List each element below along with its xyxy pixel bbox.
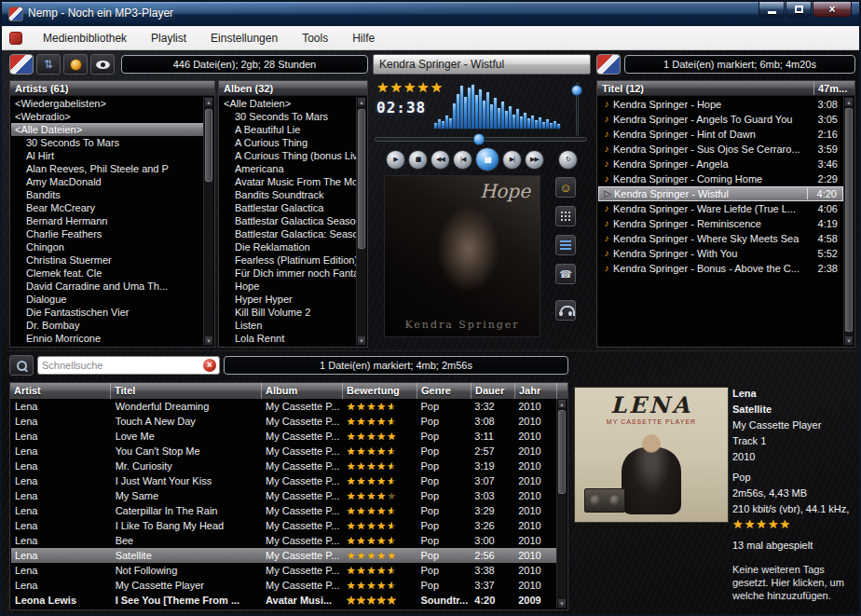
scroll-up-icon[interactable]: ▲ bbox=[357, 97, 366, 107]
artist-row[interactable]: <Webradio> bbox=[11, 110, 203, 123]
column-bewertung[interactable]: Bewertung bbox=[343, 383, 417, 399]
album-row[interactable]: Bandits Soundtrack bbox=[220, 188, 356, 201]
playlist-row[interactable]: ▷Kendra Springer - Wistful4:20 bbox=[598, 186, 843, 201]
forward-button[interactable]: ▶▶ bbox=[525, 150, 544, 170]
column-genre[interactable]: Genre bbox=[417, 383, 472, 399]
phone-button[interactable]: ☎ bbox=[555, 264, 576, 284]
nemp-logo-icon[interactable] bbox=[9, 54, 34, 75]
volume-slider[interactable] bbox=[570, 80, 583, 138]
view-button[interactable] bbox=[90, 54, 115, 75]
playlist-row[interactable]: ♪Kendra Springer - Hint of Dawn2:16 bbox=[598, 127, 843, 142]
playlist-row[interactable]: ♪Kendra Springer - Hope3:08 bbox=[598, 97, 843, 112]
details-album-art[interactable]: LENA MY CASSETTE PLAYER bbox=[574, 387, 729, 523]
table-row[interactable]: Leona LewisI See You [Theme From ...Avat… bbox=[11, 593, 556, 608]
playlist-row[interactable]: ♪Kendra Springer - Reminiscence4:19 bbox=[598, 216, 843, 231]
scroll-up-icon[interactable]: ▲ bbox=[844, 97, 854, 107]
scroll-thumb[interactable] bbox=[358, 109, 365, 249]
table-row[interactable]: LenaMr. CuriosityMy Cassette P...★★★★★★★… bbox=[11, 459, 556, 473]
table-row[interactable]: LenaTouch A New DayMy Cassette P...★★★★★… bbox=[11, 414, 556, 429]
table-row[interactable]: LenaCaterpillar In The RainMy Cassette P… bbox=[11, 503, 556, 518]
album-row[interactable]: Battlestar Galactica bbox=[220, 201, 356, 214]
artist-row[interactable]: Die Fantastischen Vier bbox=[11, 306, 203, 319]
artist-row[interactable]: Ennio Morricone bbox=[11, 332, 203, 345]
playlist-row[interactable]: ♪Kendra Springer - With You5:52 bbox=[598, 246, 843, 261]
menu-medienbibliothek[interactable]: Medienbibliothek bbox=[34, 28, 136, 48]
playlist-row[interactable]: ♪Kendra Springer - Angela3:46 bbox=[598, 157, 843, 171]
artist-row[interactable]: Alan Reeves, Phil Steele and P bbox=[11, 162, 203, 175]
table-row[interactable]: LenaBeeMy Cassette P...★★★★★★★★★★Pop3:00… bbox=[11, 533, 556, 548]
artist-row[interactable]: Bandits bbox=[11, 188, 203, 201]
progress-knob[interactable] bbox=[472, 133, 485, 145]
playlist-scrollbar[interactable]: ▲ ▼ bbox=[843, 97, 854, 346]
playlist-row[interactable]: ♪Kendra Springer - Sus Ojos Se Cerraro..… bbox=[598, 142, 843, 157]
headphones-button[interactable] bbox=[555, 300, 576, 321]
album-row[interactable]: Fearless (Platinum Edition) bbox=[220, 253, 356, 267]
album-row[interactable]: Für Dich immer noch Fanta Sie bbox=[220, 267, 356, 280]
scroll-down-icon[interactable]: ▼ bbox=[204, 335, 213, 346]
albums-scrollbar[interactable]: ▲ ▼ bbox=[356, 97, 366, 346]
artist-row[interactable]: Al Hirt bbox=[11, 149, 203, 162]
album-row[interactable]: 30 Seconds To Mars bbox=[220, 110, 356, 123]
artist-row[interactable]: David Carradine and Uma Th... bbox=[11, 280, 203, 293]
pause-button[interactable]: ▮▮ bbox=[475, 147, 499, 171]
scroll-up-icon[interactable]: ▲ bbox=[204, 97, 213, 107]
play-button[interactable]: ▶ bbox=[386, 150, 405, 170]
menu-hilfe[interactable]: Hilfe bbox=[343, 28, 384, 48]
artist-row[interactable]: Amy MacDonald bbox=[11, 175, 203, 188]
artist-row[interactable]: Chingon bbox=[11, 240, 203, 253]
details-rating[interactable]: ★★★★★★★★★★ bbox=[732, 517, 855, 533]
album-row[interactable]: Americana bbox=[220, 162, 356, 175]
table-row[interactable]: LenaYou Can't Stop MeMy Cassette P...★★★… bbox=[11, 444, 556, 459]
column-album[interactable]: Album bbox=[262, 383, 343, 399]
smiley-button[interactable]: ☺ bbox=[555, 177, 576, 198]
album-row[interactable]: Lola Rennt bbox=[220, 332, 356, 345]
scroll-thumb[interactable] bbox=[558, 410, 566, 494]
artist-row[interactable]: <Alle Dateien> bbox=[11, 123, 203, 136]
menu-einstellungen[interactable]: Einstellungen bbox=[201, 28, 287, 48]
album-row[interactable]: Battlestar Galactica: Season ... bbox=[220, 227, 356, 240]
playlist-row[interactable]: ♪Kendra Springer - Where Sky Meets Sea4:… bbox=[598, 231, 843, 246]
scroll-up-icon[interactable]: ▲ bbox=[557, 399, 567, 409]
next-button[interactable]: ▶| bbox=[502, 150, 522, 170]
artist-row[interactable]: <Wiedergabelisten> bbox=[11, 97, 203, 110]
albums-header[interactable]: Alben (32) bbox=[219, 81, 367, 96]
album-row[interactable]: Die Reklamation bbox=[220, 240, 356, 253]
artist-row[interactable]: Charlie Feathers bbox=[11, 227, 203, 240]
scroll-down-icon[interactable]: ▼ bbox=[844, 335, 854, 346]
playlist-duration-column[interactable]: 47m... bbox=[813, 81, 854, 95]
details-tags-note[interactable]: Keine weiteren Tags gesetzt. Hier klicke… bbox=[732, 563, 855, 602]
artist-row[interactable]: Clemek feat. Cle bbox=[11, 267, 203, 280]
album-row[interactable]: Hyper Hyper bbox=[220, 293, 356, 306]
album-row[interactable]: Listen bbox=[220, 319, 356, 332]
menu-playlist[interactable]: Playlist bbox=[142, 28, 196, 48]
column-dauer[interactable]: Dauer bbox=[472, 383, 515, 399]
album-row[interactable]: <Alle Dateien> bbox=[220, 97, 356, 110]
table-row[interactable]: LenaMy Cassette PlayerMy Cassette P...★★… bbox=[11, 578, 556, 593]
column-jahr[interactable]: Jahr bbox=[515, 383, 557, 399]
table-scrollbar[interactable]: ▲ ▼ bbox=[556, 399, 567, 609]
menu-tools[interactable]: Tools bbox=[293, 28, 337, 48]
album-row[interactable]: A Curious Thing (bonus Live ... bbox=[220, 149, 356, 162]
playlist-row[interactable]: ♪Kendra Springer - Coming Home2:29 bbox=[598, 171, 843, 186]
artist-row[interactable]: Christina Stuermer bbox=[11, 253, 203, 267]
table-row[interactable]: LenaMy SameMy Cassette P...★★★★★★★★★★Pop… bbox=[11, 488, 556, 503]
scroll-down-icon[interactable]: ▼ bbox=[557, 598, 567, 609]
repeat-button[interactable]: ↻ bbox=[558, 150, 578, 170]
artist-row[interactable]: Dr. Bombay bbox=[11, 319, 203, 332]
album-row[interactable]: A Curious Thing bbox=[220, 136, 356, 149]
artists-scrollbar[interactable]: ▲ ▼ bbox=[203, 97, 213, 346]
playlist-row[interactable]: ♪Kendra Springer - Angels To Guard You3:… bbox=[598, 112, 843, 127]
column-titel[interactable]: Titel bbox=[111, 383, 262, 399]
album-row[interactable]: Hope bbox=[220, 280, 356, 293]
nemp-logo-icon[interactable] bbox=[596, 54, 621, 75]
column-artist[interactable]: Artist bbox=[10, 383, 111, 399]
stop-button[interactable]: ■ bbox=[408, 150, 428, 170]
scroll-thumb[interactable] bbox=[845, 108, 853, 332]
search-input[interactable] bbox=[38, 360, 203, 371]
playlist-row[interactable]: ♪Kendra Springer - Bonus - Above the C..… bbox=[598, 261, 843, 276]
table-row[interactable]: LenaWonderful DreamingMy Cassette P...★★… bbox=[11, 399, 556, 414]
table-row[interactable]: LenaI Like To Bang My HeadMy Cassette P.… bbox=[11, 518, 556, 533]
minimize-button[interactable] bbox=[758, 2, 785, 18]
album-row[interactable]: Avatar Music From The Motio... bbox=[220, 175, 356, 188]
table-row[interactable]: LenaNot FollowingMy Cassette P...★★★★★★★… bbox=[11, 563, 556, 578]
